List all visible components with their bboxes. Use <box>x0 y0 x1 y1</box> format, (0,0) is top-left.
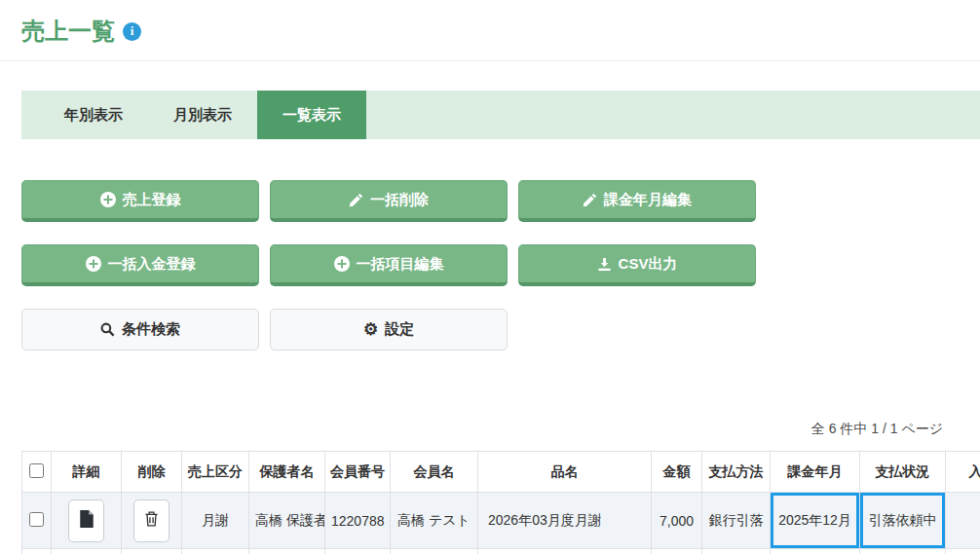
row-item-name: 2026年03月度月謝 <box>478 493 652 549</box>
view-tabbar: 年別表示 月別表示 一覧表示 <box>21 91 980 139</box>
row-payment-method: 銀行引落 <box>702 493 771 549</box>
sales-register-label: 売上登録 <box>123 191 181 209</box>
row-sales-type: 月謝 <box>182 493 249 549</box>
detail-button[interactable] <box>68 499 104 542</box>
sales-table: 詳細 削除 売上区分 保護者名 会員番号 会員名 品名 金額 支払方法 課金年月… <box>21 451 980 554</box>
settings-button[interactable]: ⚙ 設定 <box>270 309 508 351</box>
payment-status-value: 引落依頼中 <box>869 512 937 528</box>
billing-month-edit-button[interactable]: 課金年月編集 <box>518 180 756 222</box>
select-all-cell <box>22 452 52 493</box>
bulk-payment-register-label: 一括入金登録 <box>108 255 196 274</box>
plus-circle-icon <box>334 256 350 272</box>
bulk-delete-label: 一括削除 <box>370 191 429 209</box>
header-member-no: 会員番号 <box>325 452 391 493</box>
csv-export-button[interactable]: CSV出力 <box>518 244 756 286</box>
header-partial-rightmost: 入 <box>946 452 980 493</box>
sales-list-page: 売上一覧 i 年別表示 月別表示 一覧表示 売上登録 一括削除 課金年月編集 <box>0 0 980 554</box>
bulk-item-edit-button[interactable]: 一括項目編集 <box>270 244 508 286</box>
search-button[interactable]: 条件検索 <box>21 309 259 351</box>
header-item-name: 品名 <box>478 452 652 493</box>
info-icon[interactable]: i <box>123 22 141 41</box>
header-amount: 金額 <box>652 452 702 493</box>
bulk-payment-register-button[interactable]: 一括入金登録 <box>21 244 259 286</box>
header-sales-type: 売上区分 <box>182 452 249 493</box>
plus-circle-icon <box>100 192 116 207</box>
row-payment-status: 引落依頼中 <box>860 493 946 549</box>
magnifier-icon <box>100 322 115 337</box>
header-payment-method: 支払方法 <box>702 452 771 493</box>
row-detail-cell <box>52 493 122 549</box>
header-detail: 詳細 <box>52 452 122 493</box>
page-header: 売上一覧 i <box>0 0 980 61</box>
file-icon <box>79 510 94 531</box>
action-buttons: 売上登録 一括削除 課金年月編集 一括入金登録 一括項目編集 <box>21 180 980 351</box>
sales-register-button[interactable]: 売上登録 <box>21 180 259 222</box>
row-member-no: 1220788 <box>325 493 391 549</box>
billing-month-edit-label: 課金年月編集 <box>604 191 692 209</box>
settings-label: 設定 <box>385 320 414 339</box>
tab-monthly-view[interactable]: 月別表示 <box>148 91 257 139</box>
table-row: 月謝 高橋 保護者 1220788 高橋 テスト 2026年03月度月謝 7,0… <box>22 493 980 549</box>
header-billing-month: 課金年月 <box>771 452 860 493</box>
download-icon <box>597 257 612 272</box>
header-delete: 削除 <box>122 452 182 493</box>
billing-month-value: 2025年12月 <box>778 512 851 528</box>
row-member-name: 高橋 テスト <box>391 493 478 549</box>
tab-list-view[interactable]: 一覧表示 <box>257 91 366 139</box>
tab-yearly-view[interactable]: 年別表示 <box>39 91 148 139</box>
table-header-row: 詳細 削除 売上区分 保護者名 会員番号 会員名 品名 金額 支払方法 課金年月… <box>22 452 980 493</box>
row-amount: 7,000 <box>652 493 702 549</box>
header-guardian-name: 保護者名 <box>249 452 325 493</box>
table-row-partial <box>22 549 980 554</box>
delete-button[interactable] <box>133 499 170 542</box>
bulk-delete-button[interactable]: 一括削除 <box>270 180 508 222</box>
plus-circle-icon <box>86 256 101 272</box>
row-delete-cell <box>122 493 182 549</box>
header-payment-status: 支払状況 <box>860 452 946 493</box>
header-member-name: 会員名 <box>391 452 478 493</box>
row-billing-month: 2025年12月 <box>771 493 860 549</box>
gear-icon: ⚙ <box>363 321 378 338</box>
row-checkbox[interactable] <box>29 512 44 527</box>
csv-export-label: CSV出力 <box>619 255 678 274</box>
pagination-summary: 全 6 件中 1 / 1 ページ <box>0 421 943 438</box>
row-guardian-name: 高橋 保護者 <box>249 493 325 549</box>
pencil-icon <box>583 193 597 207</box>
pencil-icon <box>349 193 363 207</box>
row-select-cell <box>22 493 52 549</box>
bulk-item-edit-label: 一括項目編集 <box>357 255 444 274</box>
select-all-checkbox[interactable] <box>29 463 44 478</box>
page-title: 売上一覧 <box>21 16 115 47</box>
row-partial-rightmost-cell <box>946 493 980 549</box>
trash-icon <box>144 511 159 530</box>
search-label: 条件検索 <box>122 320 180 339</box>
